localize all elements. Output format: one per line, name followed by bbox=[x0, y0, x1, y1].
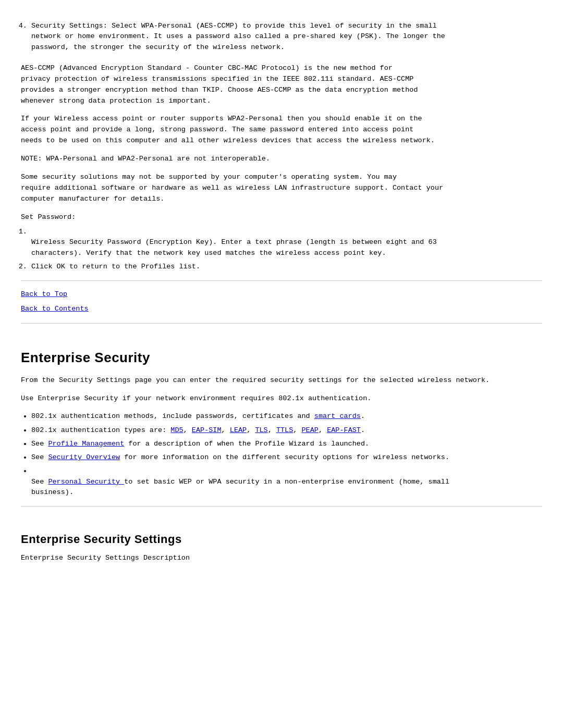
security-overview-link[interactable]: Security Overview bbox=[48, 453, 120, 461]
bullet-item-2: 802.1x authentication types are: MD5, EA… bbox=[31, 425, 542, 436]
set-password-label: Set Password: bbox=[21, 212, 542, 223]
paragraph-security-solutions: Some security solutions may not be suppo… bbox=[21, 172, 542, 205]
password-item-2: Click OK to return to the Profiles list. bbox=[31, 262, 542, 272]
profile-management-link[interactable]: Profile Management bbox=[48, 440, 124, 448]
smart-cards-link[interactable]: smart cards bbox=[314, 412, 361, 420]
bullet-item-5: See Personal Security to set basic WEP o… bbox=[31, 466, 542, 498]
bullet2-text-after: . bbox=[361, 426, 365, 434]
personal-security-link[interactable]: Personal Security bbox=[48, 478, 124, 486]
eap-sim-link[interactable]: EAP-SIM bbox=[192, 426, 222, 434]
bullet1-text-before: 802.1x authentication methods, include p… bbox=[31, 412, 314, 420]
divider-1 bbox=[21, 280, 542, 281]
peap-link[interactable]: PEAP bbox=[302, 426, 319, 434]
bullet4-text-before: See bbox=[31, 453, 48, 461]
back-to-contents-link[interactable]: Back to Contents bbox=[21, 304, 542, 314]
bullet3-text-before: See bbox=[31, 440, 48, 448]
item4-section: Security Settings: Select WPA-Personal (… bbox=[21, 16, 542, 63]
enterprise-section: Enterprise Security From the Security Se… bbox=[21, 332, 542, 498]
navigation-links: Back to Top Back to Contents bbox=[21, 289, 542, 315]
enterprise-paragraph-2: Use Enterprise Security if your network … bbox=[21, 393, 542, 404]
item4-text: Security Settings: Select WPA-Personal (… bbox=[31, 22, 445, 51]
password-list: Wireless Security Password (Encryption K… bbox=[31, 227, 542, 272]
enterprise-settings-heading: Enterprise Security Settings bbox=[21, 530, 542, 548]
divider-3 bbox=[21, 506, 542, 507]
eap-fast-link[interactable]: EAP-FAST bbox=[327, 426, 361, 434]
bullet-item-3: See Profile Management for a description… bbox=[31, 439, 542, 449]
back-to-top-link[interactable]: Back to Top bbox=[21, 289, 542, 300]
enterprise-bullet-list: 802.1x authentication methods, include p… bbox=[31, 411, 542, 498]
bullet5-text-before: See bbox=[31, 478, 48, 486]
md5-link[interactable]: MD5 bbox=[170, 426, 183, 434]
bullet1-text-after: . bbox=[361, 412, 365, 420]
enterprise-paragraph-1: From the Security Settings page you can … bbox=[21, 375, 542, 386]
tls-link[interactable]: TLS bbox=[255, 426, 267, 434]
bullet3-text-after: for a description of when the Profile Wi… bbox=[124, 440, 369, 448]
enterprise-security-heading: Enterprise Security bbox=[21, 348, 542, 368]
paragraph-wpa2: If your Wireless access point or router … bbox=[21, 114, 542, 146]
enterprise-settings-section: Enterprise Security Settings Enterprise … bbox=[21, 515, 542, 576]
bullet-item-1: 802.1x authentication methods, include p… bbox=[31, 411, 542, 422]
list-item-4: Security Settings: Select WPA-Personal (… bbox=[31, 21, 542, 53]
numbered-list-4: Security Settings: Select WPA-Personal (… bbox=[31, 21, 542, 53]
bullet-item-4: See Security Overview for more informati… bbox=[31, 452, 542, 463]
password-item-1: Wireless Security Password (Encryption K… bbox=[31, 227, 542, 258]
paragraph-note: NOTE: WPA-Personal and WPA2-Personal are… bbox=[21, 154, 542, 165]
divider-2 bbox=[21, 323, 542, 324]
ttls-link[interactable]: TTLS bbox=[276, 426, 293, 434]
leap-link[interactable]: LEAP bbox=[230, 426, 247, 434]
enterprise-settings-description: Enterprise Security Settings Description bbox=[21, 553, 542, 564]
paragraph-aesccmp: AES-CCMP (Advanced Encryption Standard -… bbox=[21, 63, 542, 107]
top-section: Security Settings: Select WPA-Personal (… bbox=[21, 10, 542, 272]
bullet4-text-after: for more information on the different se… bbox=[120, 453, 449, 461]
bullet2-text-before: 802.1x authentication types are: bbox=[31, 426, 170, 434]
